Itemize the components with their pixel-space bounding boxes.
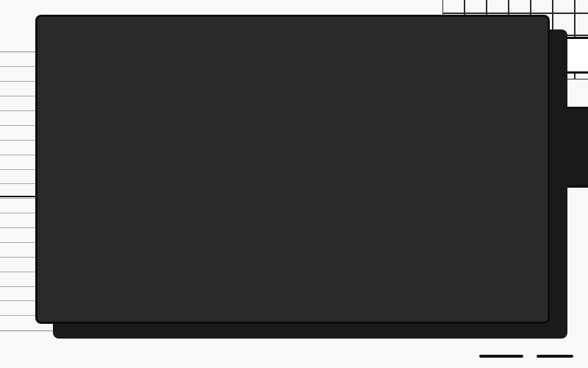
underline-decoration	[479, 355, 573, 358]
code-editor-preview	[35, 15, 550, 324]
